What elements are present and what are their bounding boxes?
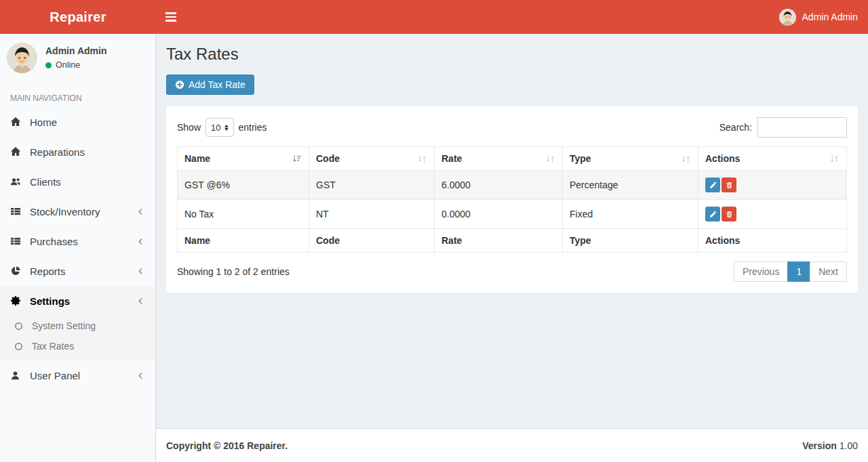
sort-both-icon [417,154,427,164]
show-label: Show [177,122,201,133]
user-status[interactable]: Online [45,60,106,70]
footer-header-name: Name [178,229,309,253]
edit-button[interactable] [705,177,720,192]
column-label: Type [570,153,591,164]
list-icon [10,236,26,247]
user-status-label: Online [56,60,80,70]
page-length-select[interactable]: 10 [205,118,233,137]
cell-type: Percentage [563,171,698,200]
search-label: Search: [719,122,752,133]
entries-label: entries [239,122,267,133]
sort-both-icon [681,154,691,164]
add-tax-rate-button[interactable]: Add Tax Rate [166,75,254,95]
footer-header-code: Code [309,229,435,253]
table-info: Showing 1 to 2 of 2 entries [177,266,290,277]
page-length-control: Show 10 entries [177,118,267,137]
pencil-icon [709,211,717,218]
chevron-left-icon [136,297,145,306]
cell-code: GST [309,171,435,200]
trash-icon [726,211,733,218]
navbar-user-menu[interactable]: Admin Admin [769,0,868,34]
column-label: Rate [441,153,462,164]
chevron-left-icon [136,237,145,246]
sort-both-icon [829,154,840,164]
sidebar-item-label: Clients [30,176,61,188]
sidebar-item-label: Settings [30,295,70,307]
gear-icon [10,295,26,306]
sidebar-user-name: Admin Admin [45,45,106,56]
sidebar-item-reparations[interactable]: Reparations [0,137,155,167]
sidebar-subitem-tax-rates[interactable]: Tax Rates [0,336,155,356]
sidebar-item-label: Purchases [30,236,78,247]
table-footer-row: Name Code Rate Type Actions [178,229,847,253]
sidebar-subitem-system-setting[interactable]: System Setting [0,316,155,336]
brand-logo[interactable]: Repairer [0,0,156,34]
sidebar-item-user-panel[interactable]: User Panel [0,360,155,390]
plus-circle-icon [175,80,184,89]
footer-version-number: 1.00 [840,440,858,451]
pagination-previous-button[interactable]: Previous [734,261,788,282]
home-icon [10,117,26,127]
select-spinner-icon [224,125,229,131]
cell-name: No Tax [178,200,309,229]
navbar-spacer [186,0,769,34]
circle-o-icon [14,342,29,351]
hamburger-icon [165,12,176,22]
search-input[interactable] [757,117,847,138]
cell-rate: 0.0000 [435,200,563,229]
chevron-left-icon [136,207,145,216]
pagination-page-1-button[interactable]: 1 [787,261,810,282]
pencil-icon [709,182,717,189]
table-row: GST @6% GST 6.0000 Percentage [178,171,847,200]
cell-name: GST @6% [178,171,309,200]
column-header-type[interactable]: Type [563,147,698,171]
sidebar-menu: Home Reparations Clients [0,107,155,390]
datatable-card: Show 10 entries Search: [166,106,858,293]
chevron-left-icon [136,371,145,380]
delete-button[interactable] [722,177,736,192]
footer-header-rate: Rate [435,229,563,253]
top-navbar: Repairer Admin Admin [0,0,868,34]
sidebar-item-clients[interactable]: Clients [0,167,155,196]
navbar-username: Admin Admin [802,12,858,22]
table-row: No Tax NT 0.0000 Fixed [178,200,847,229]
user-icon [10,371,26,381]
sidebar-subitem-label: Tax Rates [32,341,74,352]
user-avatar-icon [779,9,796,26]
delete-button[interactable] [722,207,736,222]
sidebar-toggle-button[interactable] [156,0,186,34]
home-icon [10,146,26,157]
column-label: Actions [705,153,740,164]
column-header-name[interactable]: Name [178,147,309,171]
circle-o-icon [14,322,29,331]
settings-submenu: System Setting Tax Rates [0,316,155,360]
cell-rate: 6.0000 [435,171,563,200]
edit-button[interactable] [705,207,720,222]
sidebar-item-label: User Panel [30,370,80,381]
footer-version-label: Version [802,440,837,451]
chevron-left-icon [136,267,145,276]
users-icon [10,176,26,187]
cell-type: Fixed [563,200,698,229]
sidebar-item-stock-inventory[interactable]: Stock/Inventory [0,196,155,226]
list-icon [10,206,26,217]
online-indicator-icon [45,62,52,68]
sidebar-item-purchases[interactable]: Purchases [0,226,155,256]
main-footer: Copyright © 2016 Repairer. Version 1.00 [156,428,868,462]
column-header-rate[interactable]: Rate [435,147,563,171]
sidebar-item-settings[interactable]: Settings System Setting [0,286,155,360]
page-title: Tax Rates [166,45,858,64]
tax-rates-table: Name Code [177,146,847,253]
page-length-value: 10 [211,123,220,133]
column-header-actions[interactable]: Actions [698,147,847,171]
sidebar-item-reports[interactable]: Reports [0,256,155,286]
sidebar-item-label: Reparations [30,146,85,158]
trash-icon [726,182,733,189]
pagination-next-button[interactable]: Next [810,261,847,282]
column-header-code[interactable]: Code [309,147,435,171]
sidebar-subitem-label: System Setting [32,320,96,331]
sidebar-item-home[interactable]: Home [0,107,155,137]
pagination: Previous 1 Next [734,261,847,282]
nav-section-label: MAIN NAVIGATION [0,88,155,107]
sidebar: Admin Admin Online MAIN NAVIGATION Home … [0,34,156,462]
